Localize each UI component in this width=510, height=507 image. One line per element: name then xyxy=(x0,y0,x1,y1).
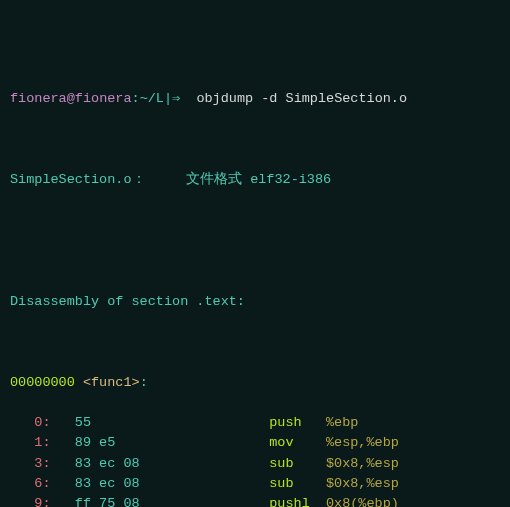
label-colon: : xyxy=(140,375,148,390)
offset-addr: 3: xyxy=(34,456,50,471)
blank-line xyxy=(10,211,500,231)
hex-bytes: 55 xyxy=(51,415,245,430)
prompt-host: fionera xyxy=(75,91,132,106)
file-format: 文件格式 elf32-i386 xyxy=(186,172,331,187)
hex-bytes: 83 ec 08 xyxy=(51,456,245,471)
prompt-at: @ xyxy=(67,91,75,106)
prompt-path: ~/L xyxy=(140,91,164,106)
offset-addr: 0: xyxy=(34,415,50,430)
spacer xyxy=(146,172,187,187)
file-header-line: SimpleSection.o： 文件格式 elf32-i386 xyxy=(10,170,500,190)
prompt-bar: | xyxy=(164,91,172,106)
label-name: <func1> xyxy=(83,375,140,390)
row-pad xyxy=(10,435,34,450)
mnemonic: push xyxy=(245,415,326,430)
operands: 0x8(%ebp) xyxy=(326,496,399,507)
blank-line xyxy=(10,332,500,352)
hex-bytes: ff 75 08 xyxy=(51,496,245,507)
blank-line xyxy=(10,251,500,271)
command-text: objdump -d SimpleSection.o xyxy=(196,91,407,106)
offset-addr: 1: xyxy=(34,435,50,450)
disasm-row: 0: 55 push %ebp xyxy=(10,413,500,433)
offset-addr: 6: xyxy=(34,476,50,491)
mnemonic: pushl xyxy=(245,496,326,507)
operands: %esp,%ebp xyxy=(326,435,399,450)
prompt-user: fionera xyxy=(10,91,67,106)
func1-label: 00000000 <func1>: xyxy=(10,373,500,393)
disasm-row: 1: 89 e5 mov %esp,%ebp xyxy=(10,433,500,453)
mnemonic: mov xyxy=(245,435,326,450)
disasm-row: 9: ff 75 08 pushl 0x8(%ebp) xyxy=(10,494,500,507)
blank-line xyxy=(10,130,500,150)
row-pad xyxy=(10,415,34,430)
row-pad xyxy=(10,496,34,507)
disasm-row: 6: 83 ec 08 sub $0x8,%esp xyxy=(10,474,500,494)
label-addr: 00000000 xyxy=(10,375,83,390)
row-pad xyxy=(10,456,34,471)
func1-body: 0: 55 push %ebp 1: 89 e5 mov %esp,%ebp 3… xyxy=(10,413,500,507)
prompt-colon: : xyxy=(132,91,140,106)
prompt-arrow: ⇒ xyxy=(172,91,196,106)
prompt-line[interactable]: fionera@fionera:~/L|⇒ objdump -d SimpleS… xyxy=(10,89,500,109)
offset-addr: 9: xyxy=(34,496,50,507)
operands: %ebp xyxy=(326,415,358,430)
hex-bytes: 89 e5 xyxy=(51,435,245,450)
mnemonic: sub xyxy=(245,476,326,491)
disasm-row: 3: 83 ec 08 sub $0x8,%esp xyxy=(10,454,500,474)
section-header: Disassembly of section .text: xyxy=(10,292,500,312)
hex-bytes: 83 ec 08 xyxy=(51,476,245,491)
operands: $0x8,%esp xyxy=(326,456,399,471)
mnemonic: sub xyxy=(245,456,326,471)
operands: $0x8,%esp xyxy=(326,476,399,491)
file-name: SimpleSection.o： xyxy=(10,172,146,187)
row-pad xyxy=(10,476,34,491)
